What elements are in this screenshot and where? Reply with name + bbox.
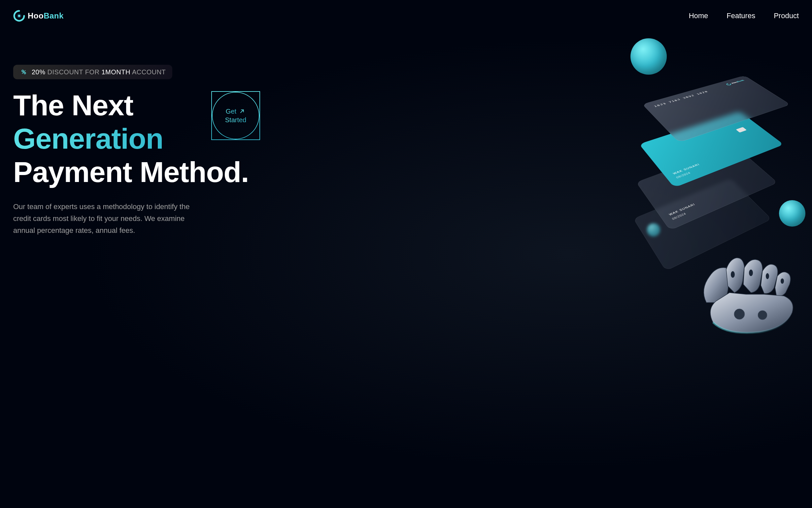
card-chip-icon <box>736 127 747 133</box>
card-holder-name: WAK SUNARI <box>672 163 701 175</box>
logo-icon <box>13 10 25 22</box>
card-brand-logo: HooBank <box>725 79 745 86</box>
svg-point-6 <box>728 84 729 85</box>
brand-logo[interactable]: HooBank <box>13 10 64 22</box>
nav-links: Home Features Product <box>689 11 799 20</box>
svg-point-5 <box>727 84 730 85</box>
arrow-up-right-icon <box>238 108 246 115</box>
logo-text: HooBank <box>28 11 64 20</box>
hero-content: 20% DISCOUNT FOR 1MONTH ACCOUNT The Next… <box>13 65 264 237</box>
discount-badge: 20% DISCOUNT FOR 1MONTH ACCOUNT <box>13 65 172 79</box>
discount-icon <box>20 68 28 76</box>
card-holder-name: WAK SUNARI <box>668 203 696 216</box>
svg-point-2 <box>22 70 23 72</box>
sphere-decoration <box>647 223 660 237</box>
nav-link-home[interactable]: Home <box>689 11 708 20</box>
sphere-decoration <box>630 38 667 75</box>
svg-point-1 <box>18 15 20 17</box>
svg-point-8 <box>749 269 753 276</box>
credit-card-layer: WAK SUNARI 08/2024 <box>639 111 784 187</box>
svg-line-4 <box>22 70 26 74</box>
svg-point-3 <box>24 72 26 74</box>
credit-card-stack: WAK SUNARI 08/2024 WAK SUNARI 08/2024 18… <box>644 65 789 223</box>
svg-point-10 <box>781 279 784 284</box>
hero-description: Our team of experts uses a methodology t… <box>13 201 198 237</box>
svg-point-12 <box>758 310 767 320</box>
card-expiry: 08/2024 <box>672 212 687 221</box>
card-number: 1833 7163 3892 1028 <box>653 90 709 108</box>
hero-section: 20% DISCOUNT FOR 1MONTH ACCOUNT The Next… <box>13 51 799 237</box>
svg-point-9 <box>766 273 769 279</box>
logo-icon <box>725 83 732 86</box>
credit-card-layer: 1833 7163 3892 1028 HooBank <box>642 76 790 143</box>
hero-graphic: WAK SUNARI 08/2024 WAK SUNARI 08/2024 18… <box>587 25 812 323</box>
credit-card-layer <box>633 179 771 271</box>
svg-point-7 <box>731 271 735 278</box>
get-started-button[interactable]: Get Started <box>211 91 260 140</box>
card-expiry: 08/2024 <box>676 171 691 179</box>
discount-text: 20% DISCOUNT FOR 1MONTH ACCOUNT <box>32 69 166 76</box>
sphere-decoration <box>779 200 805 226</box>
navbar: HooBank Home Features Product <box>13 10 799 22</box>
robot-hand-illustration <box>667 243 805 336</box>
nav-link-features[interactable]: Features <box>726 11 755 20</box>
nav-link-product[interactable]: Product <box>774 11 799 20</box>
svg-point-11 <box>734 309 745 320</box>
credit-card-layer: WAK SUNARI 08/2024 <box>636 146 778 230</box>
